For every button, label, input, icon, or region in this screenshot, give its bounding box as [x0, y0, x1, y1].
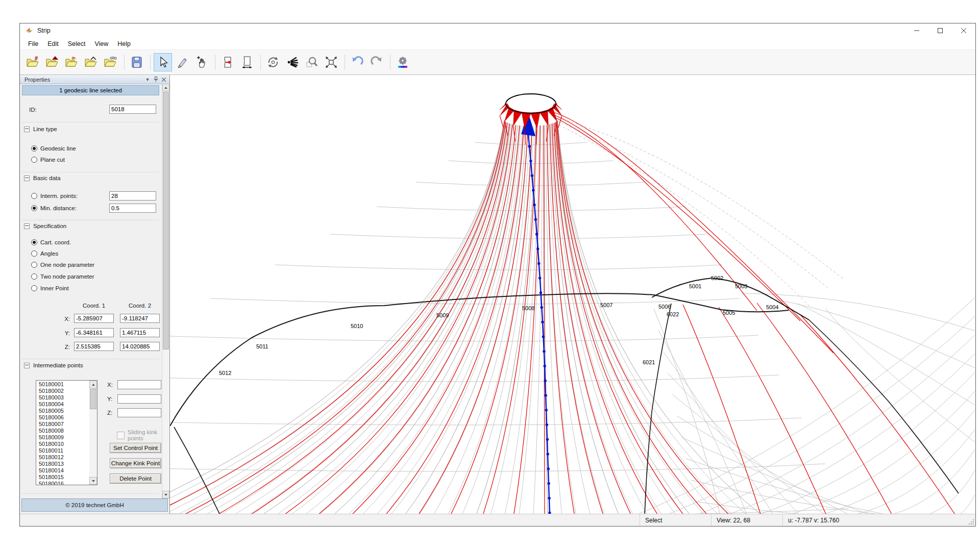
radio-one-node-parameter[interactable]: One node parameter	[31, 262, 94, 268]
radio-icon	[31, 205, 37, 211]
radio-geodesic-line[interactable]: Geodesic line	[31, 145, 76, 152]
list-item[interactable]: 50180013	[36, 461, 89, 467]
collapse-icon[interactable]	[24, 223, 30, 229]
coord2-z-input[interactable]	[120, 342, 160, 351]
page-width-icon[interactable]	[238, 53, 256, 71]
minimize-button[interactable]	[905, 23, 928, 38]
scroll-down-button[interactable]	[89, 477, 97, 485]
ip-z-input[interactable]	[117, 408, 161, 417]
list-item[interactable]: 50180011	[36, 447, 89, 454]
list-item[interactable]: 50180003	[36, 394, 89, 401]
list-item[interactable]: 50180004	[36, 401, 89, 408]
min-distance-input[interactable]	[109, 204, 156, 213]
intermediate-point-marker	[543, 350, 545, 353]
collapse-icon[interactable]	[24, 176, 30, 181]
panel-scrollbar[interactable]	[162, 84, 169, 498]
close-button[interactable]	[952, 23, 975, 38]
list-item[interactable]: 50180001	[36, 381, 89, 388]
draw-pencil-icon[interactable]	[173, 53, 191, 71]
page-arrow-icon[interactable]	[218, 53, 237, 71]
radio-interm-points[interactable]: Interm. points:	[31, 193, 78, 199]
delete-point-button[interactable]: Delete Point	[110, 473, 161, 484]
radio-inner-point[interactable]: Inner Point	[31, 285, 69, 291]
menu-view[interactable]: View	[90, 39, 113, 49]
open-form-icon[interactable]	[82, 53, 101, 71]
orbit-icon[interactable]	[264, 53, 282, 71]
scroll-up-button[interactable]	[162, 84, 169, 91]
list-item[interactable]: 50180007	[36, 421, 89, 428]
maximize-button[interactable]	[928, 23, 952, 38]
section-intermediate-points: Intermediate points	[24, 362, 83, 368]
zoom-window-icon[interactable]	[303, 53, 321, 71]
scroll-up-button[interactable]	[89, 381, 97, 388]
intermediate-point-marker	[545, 394, 547, 396]
list-item[interactable]: 50180009	[36, 434, 89, 441]
list-item[interactable]: 50180016	[36, 481, 89, 485]
intermediate-point-marker	[541, 321, 544, 323]
select-cursor-icon[interactable]	[154, 53, 172, 71]
list-item[interactable]: 50180008	[36, 428, 89, 434]
intermediate-points-list[interactable]: 5018000150180002501800035018000450180005…	[36, 380, 97, 485]
list-item[interactable]: 50180010	[36, 441, 89, 447]
interm-points-input[interactable]	[109, 191, 156, 201]
open-triangulation-icon[interactable]	[43, 53, 62, 71]
light-rays-icon[interactable]	[283, 53, 302, 71]
coord1-x-input[interactable]	[74, 314, 114, 323]
open-pattern-icon[interactable]	[102, 53, 120, 71]
open-strip-icon[interactable]	[63, 53, 81, 71]
radio-plane-cut[interactable]: Plane cut	[31, 157, 65, 163]
list-item[interactable]: 50180012	[36, 454, 89, 461]
id-input[interactable]	[109, 105, 156, 114]
collapse-icon[interactable]	[24, 363, 30, 368]
list-item[interactable]: 50180015	[36, 474, 89, 481]
radio-angles[interactable]: Angles	[31, 251, 58, 257]
menu-file[interactable]: File	[23, 39, 43, 49]
redo-icon[interactable]	[368, 53, 386, 71]
collapse-icon[interactable]	[24, 127, 30, 132]
radio-two-node-parameter[interactable]: Two node parameter	[31, 273, 94, 280]
pan-hand-icon[interactable]	[192, 53, 211, 71]
status-view: View: 22, 68	[711, 514, 782, 526]
list-item[interactable]: 50180005	[36, 408, 89, 414]
radio-min-distance[interactable]: Min. distance:	[31, 205, 77, 211]
ip-x-input[interactable]	[117, 380, 161, 389]
geodesic-label: 5009	[436, 312, 449, 318]
coord2-y-input[interactable]	[120, 328, 160, 337]
coord2-x-input[interactable]	[120, 314, 160, 323]
list-item[interactable]: 50180014	[36, 467, 89, 474]
panel-chevron-down-icon[interactable]: ▾	[144, 76, 151, 83]
set-control-point-button[interactable]: Set Control Point	[110, 443, 161, 453]
coord1-z-input[interactable]	[74, 342, 114, 351]
checkbox-icon	[117, 432, 125, 439]
panel-pin-icon[interactable]	[152, 76, 159, 83]
list-item[interactable]: 50180002	[36, 388, 89, 394]
menu-select[interactable]: Select	[63, 39, 90, 49]
scroll-thumb[interactable]	[163, 92, 169, 349]
intermediate-point-marker	[544, 365, 546, 367]
title-bar: Strip	[20, 23, 975, 38]
section-basic-data-label: Basic data	[33, 175, 61, 181]
list-item[interactable]: 50180006	[36, 414, 89, 421]
radio-cart-coord[interactable]: Cart. coord.	[31, 239, 71, 245]
scroll-down-button[interactable]	[162, 491, 169, 498]
save-icon[interactable]	[128, 53, 146, 71]
scroll-thumb[interactable]	[90, 389, 96, 409]
intermediate-point-marker	[529, 160, 532, 162]
undo-icon[interactable]	[348, 53, 366, 71]
menu-help[interactable]: Help	[113, 39, 135, 49]
settings-gear-icon[interactable]	[394, 53, 412, 71]
model-view[interactable]: 5012501150105009500850075006602250055004…	[170, 75, 975, 514]
list-scrollbar[interactable]	[89, 381, 97, 485]
panel-close-icon[interactable]	[160, 76, 167, 83]
open-project-icon[interactable]: #	[24, 53, 42, 71]
drawing-canvas[interactable]: 5012501150105009500850075006602250055004…	[170, 75, 975, 514]
resize-grip[interactable]	[969, 519, 974, 524]
ip-y-input[interactable]	[117, 394, 161, 404]
maximize-icon	[938, 28, 943, 33]
intermediate-point-marker	[531, 174, 533, 177]
coord1-y-input[interactable]	[74, 328, 114, 337]
menu-edit[interactable]: Edit	[43, 39, 63, 49]
change-kink-point-button[interactable]: Change Kink Point	[110, 458, 161, 468]
status-bar: Select View: 22, 68 u: -7.787 v: 15.760	[20, 514, 975, 526]
zoom-fit-icon[interactable]	[322, 53, 340, 71]
